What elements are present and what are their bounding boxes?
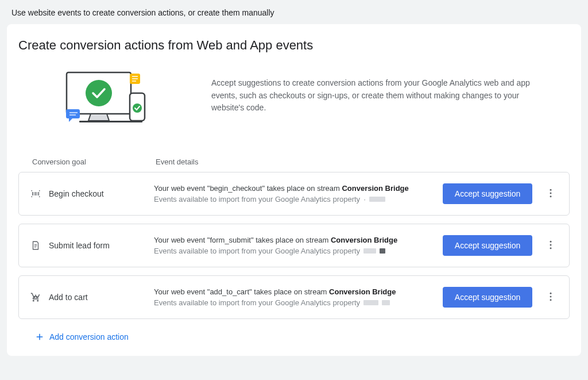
- add-conversion-action-label: Add conversion action: [49, 332, 129, 341]
- more-options-button[interactable]: [544, 239, 558, 252]
- svg-point-14: [550, 240, 552, 242]
- svg-point-17: [550, 292, 552, 294]
- svg-point-19: [550, 299, 552, 301]
- svg-point-16: [550, 247, 552, 249]
- suggestion-row-submit-lead-form: Submit lead form Your web event "form_su…: [18, 224, 570, 267]
- svg-point-15: [550, 244, 552, 245]
- plus-icon: [34, 332, 45, 342]
- col-header-details: Event details: [156, 158, 435, 166]
- event-secondary-text: Events available to import from your Goo…: [154, 298, 437, 307]
- goal-label: Begin checkout: [49, 189, 104, 198]
- card-title: Create conversion actions from Web and A…: [18, 38, 570, 53]
- add-to-cart-icon: [30, 292, 41, 302]
- table-header-row: Conversion goal Event details: [18, 158, 570, 172]
- event-primary-text: Your web event "begin_checkout" takes pl…: [154, 184, 437, 193]
- more-vert-icon: [545, 187, 556, 201]
- add-conversion-action-button[interactable]: Add conversion action: [18, 327, 131, 344]
- event-secondary-text: Events available to import from your Goo…: [154, 247, 437, 255]
- event-secondary-text: Events available to import from your Goo…: [154, 195, 437, 204]
- accept-suggestion-button[interactable]: Accept suggestion: [443, 287, 532, 308]
- suggestion-row-begin-checkout: Begin checkout Your web event "begin_che…: [18, 172, 570, 216]
- goal-label: Add to cart: [49, 293, 88, 302]
- svg-point-13: [550, 195, 552, 197]
- svg-point-12: [550, 192, 552, 194]
- goal-label: Submit lead form: [49, 241, 110, 250]
- page-subheader: Use website events to create conversion …: [0, 0, 588, 24]
- more-options-button[interactable]: [544, 290, 558, 304]
- conversion-actions-card: Create conversion actions from Web and A…: [7, 24, 581, 356]
- svg-point-1: [86, 80, 112, 106]
- event-primary-text: Your web event "add_to_cart" takes place…: [154, 287, 437, 296]
- hero-section: Accept suggestions to create conversion …: [18, 69, 570, 132]
- more-vert-icon: [545, 291, 556, 304]
- svg-point-18: [550, 295, 552, 297]
- form-document-icon: [30, 240, 41, 251]
- event-primary-text: Your web event "form_submit" takes place…: [154, 236, 437, 244]
- accept-suggestion-button[interactable]: Accept suggestion: [443, 235, 532, 256]
- svg-point-10: [133, 103, 142, 113]
- hero-description: Accept suggestions to create conversion …: [211, 69, 533, 114]
- accept-suggestion-button[interactable]: Accept suggestion: [443, 183, 532, 204]
- col-header-goal: Conversion goal: [32, 158, 156, 166]
- barcode-scan-icon: [30, 189, 41, 199]
- svg-point-11: [550, 189, 552, 190]
- suggestion-row-add-to-cart: Add to cart Your web event "add_to_cart"…: [18, 275, 570, 319]
- hero-illustration: [62, 69, 160, 132]
- more-options-button[interactable]: [544, 187, 558, 201]
- more-vert-icon: [545, 239, 556, 252]
